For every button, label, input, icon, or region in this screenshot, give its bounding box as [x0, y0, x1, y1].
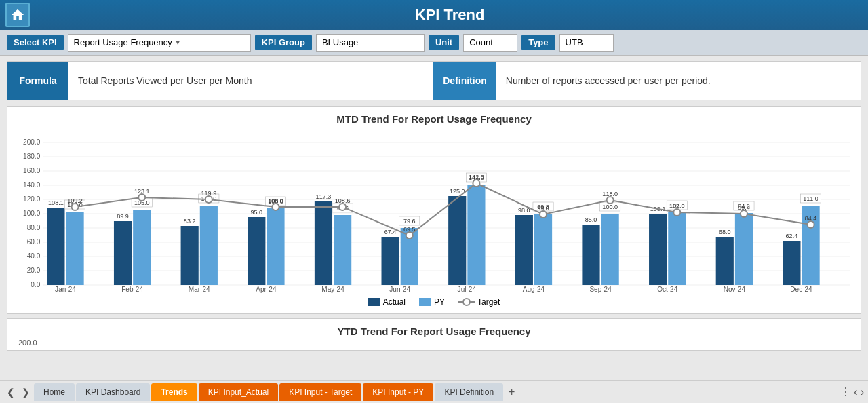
legend-target: Target [458, 297, 500, 307]
svg-text:68.0: 68.0 [719, 229, 731, 235]
svg-text:95.0: 95.0 [250, 209, 262, 216]
legend-actual: Actual [368, 297, 406, 307]
svg-text:140.0: 140.0 [23, 181, 41, 189]
svg-text:119.9: 119.9 [201, 190, 217, 197]
bar-sep-actual [582, 225, 599, 285]
bar-nov-py [735, 213, 753, 285]
svg-text:May-24: May-24 [321, 286, 344, 293]
tab-prev-button[interactable]: ❮ [4, 385, 18, 399]
svg-text:200.0: 200.0 [23, 138, 41, 146]
svg-text:Jun-24: Jun-24 [389, 286, 410, 293]
bottom-chart-container: YTD Trend For Report Usage Frequency 200… [7, 318, 861, 351]
unit-value: Count [463, 34, 517, 52]
chart-svg-area: .grid { stroke: #ddd; stroke-width: 0.5;… [14, 130, 854, 293]
svg-text:80.0: 80.0 [27, 224, 41, 231]
tab-next-button[interactable]: ❯ [19, 385, 33, 399]
svg-text:142.5: 142.5 [469, 174, 484, 180]
chart-legend: Actual PY Target [14, 297, 854, 307]
svg-text:118.0: 118.0 [602, 191, 618, 197]
tab-kpi-input-actual[interactable]: KPI Input_Actual [199, 383, 278, 401]
svg-text:123.1: 123.1 [134, 188, 150, 195]
target-dot-may [339, 204, 346, 210]
svg-text:Dec-24: Dec-24 [790, 286, 812, 293]
toolbar: Select KPI Report Usage Frequency KPI Gr… [0, 30, 868, 56]
target-dot-feb [138, 194, 145, 201]
bottom-chart-title: YTD Trend For Report Usage Frequency [14, 326, 854, 337]
svg-text:60.0: 60.0 [27, 238, 41, 246]
svg-text:20.0: 20.0 [27, 267, 41, 274]
bar-aug-actual [515, 215, 533, 285]
svg-text:62.4: 62.4 [786, 233, 798, 239]
formula-tab[interactable]: Formula [7, 62, 68, 100]
tab-more-area: ⋮ ‹ › [840, 385, 864, 398]
tab-kpi-definition[interactable]: KPI Definition [435, 383, 503, 401]
svg-text:102.0: 102.0 [669, 203, 685, 210]
svg-text:108.0: 108.0 [268, 197, 283, 204]
svg-text:Feb-24: Feb-24 [121, 286, 143, 293]
tab-kpi-input-py[interactable]: KPI Input - PY [363, 383, 433, 401]
target-dot-jan [72, 204, 79, 210]
tab-add-button[interactable]: + [505, 385, 519, 400]
bar-sep-py [601, 214, 619, 285]
tab-scroll-left-button[interactable]: ‹ [854, 386, 857, 398]
svg-text:Apr-24: Apr-24 [256, 286, 277, 293]
tab-scroll-right-button[interactable]: › [861, 386, 864, 398]
formula-text: Total Reports Viewed per User per Month [68, 62, 433, 100]
bottom-chart-y-label: 200.0 [14, 337, 854, 347]
type-value: UTB [559, 34, 614, 52]
bar-dec-actual [783, 241, 800, 285]
legend-target-label: Target [477, 297, 500, 307]
legend-py-color [419, 298, 431, 306]
svg-text:117.3: 117.3 [316, 193, 332, 200]
bar-feb-actual [114, 221, 132, 285]
page-title: KPI Trend [37, 6, 863, 24]
target-dot-jun [406, 232, 413, 239]
svg-text:180.0: 180.0 [23, 153, 41, 160]
target-dot-mar [205, 196, 212, 203]
target-dot-jul [473, 180, 479, 187]
bar-mar-py [200, 206, 218, 285]
legend-py: PY [419, 297, 445, 307]
svg-text:160.0: 160.0 [23, 167, 41, 174]
tab-trends[interactable]: Trends [151, 383, 197, 401]
svg-text:85.0: 85.0 [585, 216, 597, 223]
bar-jun-actual [381, 237, 399, 285]
kpi-group-value: BI Usage [316, 34, 425, 52]
svg-text:Oct-24: Oct-24 [657, 286, 678, 293]
bottom-tabs-bar: ❮ ❯ Home KPI Dashboard Trends KPI Input_… [0, 380, 868, 403]
bar-jul-actual [448, 196, 466, 285]
home-button[interactable] [5, 3, 30, 27]
svg-text:111.0: 111.0 [803, 195, 818, 202]
target-dot-nov [741, 210, 747, 217]
tab-kpi-dashboard[interactable]: KPI Dashboard [76, 383, 150, 401]
target-dot-aug [540, 211, 547, 218]
target-dot-dec [808, 221, 814, 228]
kpi-dropdown[interactable]: Report Usage Frequency [68, 34, 251, 52]
svg-text:Jul-24: Jul-24 [458, 286, 477, 293]
svg-text:108.1: 108.1 [48, 199, 64, 206]
svg-text:100.0: 100.0 [23, 210, 41, 217]
legend-target-line [458, 301, 475, 303]
unit-label: Unit [429, 35, 459, 50]
svg-text:0.0: 0.0 [31, 281, 40, 288]
svg-text:100.0: 100.0 [602, 204, 618, 210]
chart-svg: .grid { stroke: #ddd; stroke-width: 0.5;… [14, 130, 854, 293]
svg-text:99.4: 99.4 [738, 204, 750, 211]
bar-may-py [334, 215, 351, 285]
svg-text:Mar-24: Mar-24 [189, 286, 210, 293]
bar-aug-py [534, 214, 552, 285]
bar-oct-py [668, 212, 686, 285]
definition-text: Number of reports accessed per user per … [496, 62, 861, 100]
svg-text:84.4: 84.4 [805, 215, 817, 222]
legend-py-label: PY [434, 297, 445, 307]
bar-mar-actual [181, 226, 199, 285]
bar-feb-py [133, 210, 151, 285]
tab-more-options-button[interactable]: ⋮ [840, 385, 851, 398]
bar-jul-py [467, 185, 485, 285]
select-kpi-label: Select KPI [7, 35, 64, 50]
legend-actual-label: Actual [383, 297, 406, 307]
definition-tab[interactable]: Definition [433, 62, 496, 100]
tab-kpi-input-target[interactable]: KPI Input - Target [279, 383, 361, 401]
bar-may-actual [315, 202, 332, 285]
tab-home[interactable]: Home [34, 383, 75, 401]
